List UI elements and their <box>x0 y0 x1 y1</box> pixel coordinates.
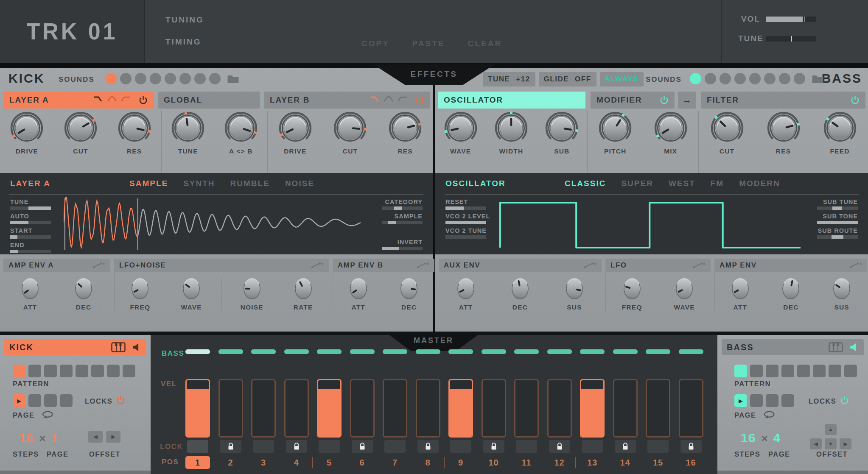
page-slot[interactable] <box>60 394 73 407</box>
sound-slot[interactable] <box>165 73 176 84</box>
knob-width[interactable]: WIDTH <box>487 111 535 155</box>
knob-mix[interactable]: MIX <box>647 111 694 155</box>
lock-slot[interactable] <box>187 440 208 453</box>
sound-slot[interactable] <box>120 73 132 84</box>
vel-bar[interactable] <box>646 379 670 438</box>
tab-modifier[interactable]: MODIFIER <box>591 92 675 109</box>
knob-sus[interactable]: SUS <box>553 276 596 311</box>
display-tab-rumble[interactable]: RUMBLE <box>230 179 270 188</box>
vel-bar[interactable] <box>251 379 276 438</box>
param-slider[interactable] <box>445 235 486 239</box>
seq-note-step[interactable] <box>317 349 342 354</box>
seq-note-step[interactable] <box>580 349 605 354</box>
pattern-slot[interactable] <box>76 365 88 377</box>
lowpass-icon[interactable] <box>370 95 381 105</box>
pos-step[interactable]: 2 <box>218 456 243 469</box>
sound-slot[interactable] <box>794 73 805 84</box>
seq-note-step[interactable] <box>679 349 703 354</box>
pos-step[interactable]: 8 <box>416 456 440 469</box>
lock-slot[interactable] <box>483 440 504 453</box>
vel-bar[interactable] <box>514 379 539 438</box>
offset-down-button[interactable]: ▼ <box>825 438 837 449</box>
tuning-label[interactable]: TUNING <box>165 15 204 25</box>
pattern-slot[interactable] <box>829 365 841 377</box>
timing-label[interactable]: TIMING <box>165 37 202 47</box>
pos-step[interactable]: 9 <box>448 456 473 469</box>
keyboard-icon[interactable] <box>111 342 126 352</box>
knob-drive[interactable]: DRIVE <box>3 111 50 155</box>
bandpass-icon[interactable] <box>106 95 118 105</box>
knob-a-b[interactable]: A <> B <box>217 111 265 155</box>
tab-master[interactable]: MASTER <box>385 332 482 351</box>
knob-wave[interactable]: WAVE <box>170 276 213 311</box>
kick-waveform-display[interactable] <box>64 197 361 252</box>
page-slot[interactable] <box>766 394 778 407</box>
pattern-slot[interactable] <box>766 365 778 377</box>
loop-icon[interactable] <box>762 409 777 419</box>
mod-assign-icon[interactable] <box>416 262 429 269</box>
knob-freq[interactable]: FREQ <box>611 276 653 311</box>
seq-note-step[interactable] <box>514 349 539 354</box>
pos-step[interactable]: 12 <box>547 456 572 469</box>
sound-slot[interactable] <box>734 73 746 84</box>
tab-layer-a[interactable]: LAYER A <box>3 92 154 109</box>
sound-slot[interactable] <box>150 73 161 84</box>
knob-wave[interactable]: WAVE <box>437 111 484 155</box>
pos-step[interactable]: 10 <box>482 456 506 469</box>
page-slot[interactable] <box>750 394 763 407</box>
lock-slot[interactable] <box>647 440 669 453</box>
pos-step[interactable]: 5 <box>317 456 342 469</box>
pos-step[interactable]: 6 <box>350 456 375 469</box>
power-icon[interactable] <box>840 396 849 407</box>
pos-step[interactable]: 3 <box>251 456 276 469</box>
offset-up-button[interactable]: ▲ <box>825 424 837 435</box>
vel-bar[interactable] <box>416 379 440 438</box>
knob-tune[interactable]: TUNE <box>164 111 212 155</box>
mod-assign-icon[interactable] <box>583 262 596 269</box>
highpass-icon[interactable] <box>120 95 131 105</box>
vel-bar[interactable] <box>448 379 473 438</box>
knob-cut[interactable]: CUT <box>57 111 104 155</box>
pattern-slot[interactable] <box>13 365 25 377</box>
vel-bar[interactable] <box>482 379 506 438</box>
knob-feed[interactable]: FEED <box>816 111 864 155</box>
page-slot[interactable]: ▶ <box>734 394 747 407</box>
pos-step[interactable]: 7 <box>383 456 407 469</box>
knob-dec[interactable]: DEC <box>62 276 105 311</box>
loop-icon[interactable] <box>40 409 56 419</box>
steps-value[interactable]: 16 <box>741 431 756 445</box>
tab-filter[interactable]: FILTER <box>701 92 865 109</box>
param-slider[interactable] <box>382 221 423 224</box>
pos-step[interactable]: 16 <box>679 456 703 469</box>
pattern-slot[interactable] <box>107 365 120 377</box>
display-tab-noise[interactable]: NOISE <box>285 179 314 188</box>
seq-note-step[interactable] <box>383 349 407 354</box>
knob-drive[interactable]: DRIVE <box>272 111 319 155</box>
vel-bar[interactable] <box>383 379 407 438</box>
pattern-slot[interactable] <box>123 365 135 377</box>
display-tab-fm[interactable]: FM <box>711 179 724 188</box>
display-tab-modern[interactable]: MODERN <box>739 179 780 188</box>
display-tab-sample[interactable]: SAMPLE <box>129 179 168 188</box>
lock-slot[interactable] <box>549 440 570 453</box>
offset-right-button[interactable]: ▶ <box>106 431 120 443</box>
seq-note-step[interactable] <box>350 349 375 354</box>
lock-slot[interactable] <box>220 440 241 453</box>
seq-note-step[interactable] <box>547 349 572 354</box>
mod-section-header[interactable]: AMP ENV B <box>333 259 434 272</box>
knob-att[interactable]: ATT <box>445 276 487 311</box>
offset-left-button[interactable]: ◀ <box>810 438 822 449</box>
vel-bar[interactable] <box>284 379 309 438</box>
param-slider[interactable] <box>10 206 51 210</box>
knob-freq[interactable]: FREQ <box>119 276 161 311</box>
param-slider[interactable] <box>10 221 51 224</box>
power-icon[interactable] <box>660 96 669 105</box>
knob-att[interactable]: ATT <box>337 276 380 311</box>
mod-assign-icon[interactable] <box>848 262 862 269</box>
knob-dec[interactable]: DEC <box>388 276 430 311</box>
page-slot[interactable]: ▶ <box>13 394 25 407</box>
lock-slot[interactable] <box>680 440 702 453</box>
lock-slot[interactable] <box>516 440 537 453</box>
mod-section-header[interactable]: LFO+NOISE <box>114 259 329 272</box>
page-slot[interactable] <box>28 394 41 407</box>
